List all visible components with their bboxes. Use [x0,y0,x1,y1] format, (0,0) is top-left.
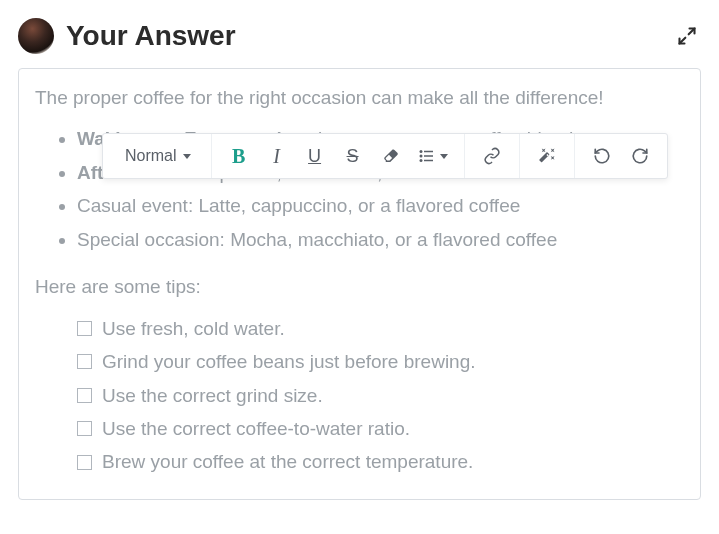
underline-icon: U [308,146,321,167]
underline-button[interactable]: U [296,134,334,178]
undo-icon [593,147,611,165]
page-title: Your Answer [66,20,661,52]
answer-header: Your Answer [18,18,701,54]
list-item: Brew your coffee at the correct temperat… [77,445,684,478]
list-item: Use fresh, cold water. [77,312,684,345]
list-item: Use the correct grind size. [77,379,684,412]
strikethrough-icon: S [347,146,359,167]
italic-button[interactable]: I [258,134,296,178]
italic-icon: I [273,145,280,168]
bold-icon: B [232,145,245,168]
link-button[interactable] [473,134,511,178]
floating-toolbar: Normal B I U S [102,133,668,179]
redo-icon [631,147,649,165]
list-item: Casual event: Latte, cappuccino, or a fl… [77,189,684,222]
checkbox-icon[interactable] [77,455,92,470]
svg-rect-1 [424,151,433,153]
svg-point-0 [419,150,422,153]
svg-rect-5 [424,160,433,162]
list-button[interactable] [410,134,456,178]
svg-rect-3 [424,155,433,157]
expand-icon [677,26,697,46]
checkbox-icon[interactable] [77,421,92,436]
bold-button[interactable]: B [220,134,258,178]
wand-icon [538,147,556,165]
checkbox-icon[interactable] [77,388,92,403]
expand-button[interactable] [673,22,701,50]
redo-button[interactable] [621,134,659,178]
list-icon [418,147,436,165]
link-icon [483,147,501,165]
eraser-icon [382,147,400,165]
strikethrough-button[interactable]: S [334,134,372,178]
undo-button[interactable] [583,134,621,178]
check-list: Use fresh, cold water. Grind your coffee… [35,312,684,479]
checkbox-icon[interactable] [77,354,92,369]
checkbox-icon[interactable] [77,321,92,336]
clear-format-button[interactable] [372,134,410,178]
list-item: Use the correct coffee-to-water ratio. [77,412,684,445]
intro-text: The proper coffee for the right occasion… [35,83,684,112]
format-select[interactable]: Normal [111,147,203,165]
list-item: Grind your coffee beans just before brew… [77,345,684,378]
svg-point-4 [419,159,422,162]
chevron-down-icon [440,154,448,159]
avatar [18,18,54,54]
list-item: Special occasion: Mocha, macchiato, or a… [77,223,684,256]
magic-button[interactable] [528,134,566,178]
svg-point-2 [419,155,422,158]
chevron-down-icon [183,154,191,159]
tips-heading: Here are some tips: [35,272,684,301]
format-label: Normal [125,147,177,165]
